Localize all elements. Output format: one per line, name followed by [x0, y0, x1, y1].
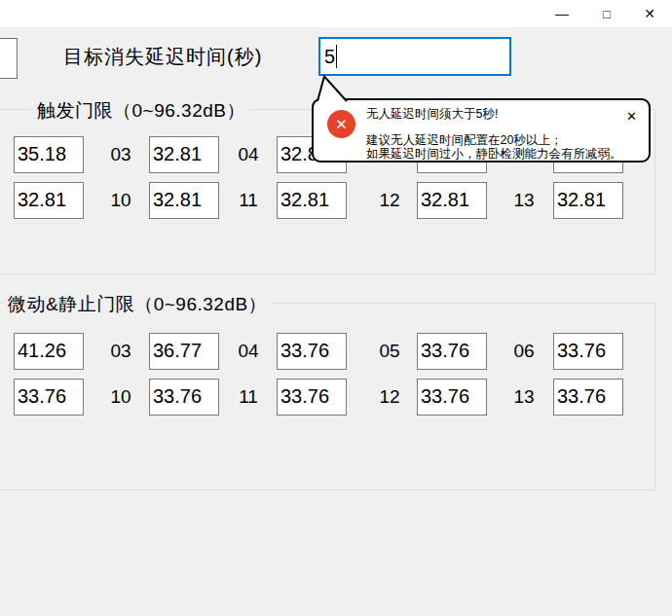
trigger-index-03: 03: [101, 136, 140, 173]
trigger-field-r2c1[interactable]: 32.81: [14, 182, 84, 219]
trigger-field-r1c1[interactable]: 35.18: [14, 136, 84, 173]
static-field-r1c2[interactable]: 36.77: [149, 333, 219, 370]
static-field-r1c1[interactable]: 41.26: [14, 333, 84, 370]
trigger-index-13: 13: [504, 182, 543, 219]
static-index-11: 11: [229, 379, 268, 416]
static-index-13: 13: [504, 379, 543, 416]
trigger-index-04: 04: [229, 136, 268, 173]
delay-time-input[interactable]: 5: [318, 37, 511, 76]
static-index-05: 05: [370, 333, 409, 370]
error-icon: ✕: [327, 110, 355, 138]
trigger-index-12: 12: [370, 182, 409, 219]
trigger-field-r2c2[interactable]: 32.81: [149, 182, 219, 219]
static-field-r2c1[interactable]: 33.76: [14, 379, 84, 416]
static-field-r2c4[interactable]: 33.76: [417, 379, 487, 416]
title-bar: — □ ✕: [0, 0, 672, 27]
static-field-r2c3[interactable]: 33.76: [277, 379, 347, 416]
trigger-field-r2c3[interactable]: 32.81: [277, 182, 347, 219]
static-field-r1c4[interactable]: 33.76: [417, 333, 487, 370]
error-line2: 如果延迟时间过小，静卧检测能力会有所减弱。: [366, 146, 622, 163]
static-index-04: 04: [229, 333, 268, 370]
trigger-field-r2c4[interactable]: 32.81: [417, 182, 487, 219]
static-field-r1c3[interactable]: 33.76: [277, 333, 347, 370]
trigger-index-10: 10: [101, 182, 140, 219]
error-title: 无人延迟时间须大于5秒!: [366, 106, 498, 123]
close-button[interactable]: ✕: [633, 1, 666, 26]
trigger-field-r1c2[interactable]: 32.81: [149, 136, 219, 173]
clipped-edge-input[interactable]: [0, 38, 18, 79]
static-field-r2c5[interactable]: 33.76: [553, 379, 623, 416]
trigger-threshold-title: 触发门限（0~96.32dB）: [33, 98, 249, 124]
static-index-06: 06: [504, 333, 543, 370]
static-threshold-title: 微动&静止门限（0~96.32dB）: [4, 292, 271, 317]
delay-time-value: 5: [324, 46, 335, 68]
balloon-close-icon[interactable]: ✕: [626, 109, 637, 124]
trigger-field-r2c5[interactable]: 32.81: [553, 182, 623, 219]
delay-time-label: 目标消失延迟时间(秒): [63, 44, 262, 70]
balloon-tail: [314, 75, 353, 102]
static-field-r1c5[interactable]: 33.76: [553, 333, 623, 370]
error-balloon: ✕ 无人延迟时间须大于5秒! 建议无人延迟时间配置在20秒以上； 如果延迟时间过…: [312, 98, 651, 163]
trigger-index-11: 11: [229, 182, 268, 219]
static-index-12: 12: [370, 379, 409, 416]
text-caret: [336, 45, 337, 68]
app-window: — □ ✕ 目标消失延迟时间(秒) 5 触发门限（0~96.32dB） 35.1…: [0, 0, 672, 616]
maximize-button[interactable]: □: [590, 1, 623, 26]
minimize-button[interactable]: —: [545, 1, 579, 26]
static-index-03: 03: [101, 333, 140, 370]
static-index-10: 10: [101, 379, 140, 416]
static-field-r2c2[interactable]: 33.76: [149, 379, 219, 416]
